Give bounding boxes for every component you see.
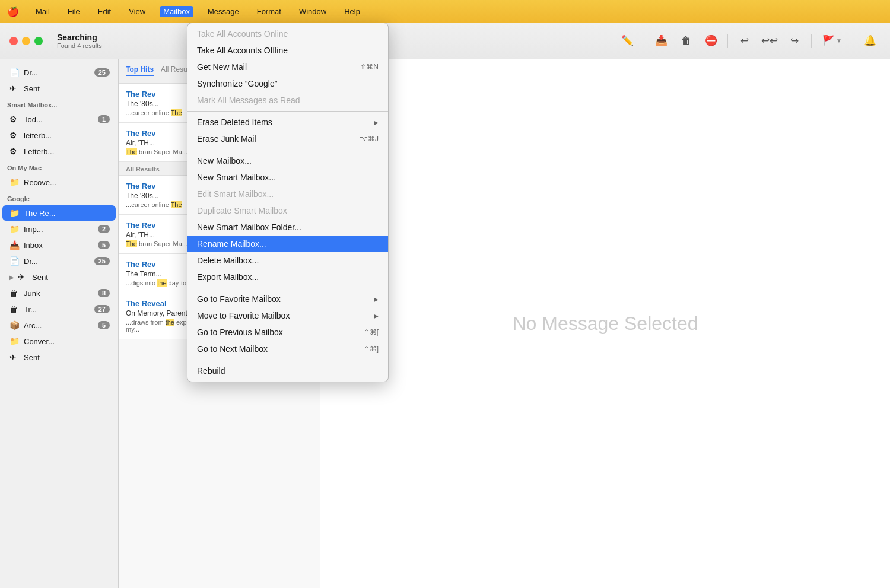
menu-move-favorite[interactable]: Move to Favorite Mailbox ▶ <box>187 307 388 324</box>
menu-go-next-shortcut: ⌃⌘] <box>364 345 379 353</box>
menu-new-mailbox-label: New Mailbox... <box>197 156 252 166</box>
menu-sep-2 <box>187 150 388 150</box>
menu-get-new-mail-label: Get New Mail <box>197 62 247 72</box>
dropdown-overlay[interactable]: Take All Accounts Online Take All Accoun… <box>0 0 890 588</box>
menu-go-next[interactable]: Go to Next Mailbox ⌃⌘] <box>187 341 388 357</box>
menu-take-online-label: Take All Accounts Online <box>197 29 288 39</box>
menu-move-favorite-label: Move to Favorite Mailbox <box>197 311 290 320</box>
menu-mark-all-read: Mark All Messages as Read <box>187 92 388 109</box>
menu-new-smart-mailbox-folder[interactable]: New Smart Mailbox Folder... <box>187 219 388 236</box>
menu-go-favorite[interactable]: Go to Favorite Mailbox ▶ <box>187 291 388 307</box>
menu-duplicate-smart-mailbox-label: Duplicate Smart Mailbox <box>197 206 287 215</box>
menu-export-mailbox-label: Export Mailbox... <box>197 272 259 282</box>
menu-erase-junk-label: Erase Junk Mail <box>197 134 256 144</box>
menu-mark-all-read-label: Mark All Messages as Read <box>197 96 300 105</box>
menu-erase-junk[interactable]: Erase Junk Mail ⌥⌘J <box>187 131 388 147</box>
menu-go-next-label: Go to Next Mailbox <box>197 344 268 354</box>
menu-rename-mailbox[interactable]: Rename Mailbox... <box>187 236 388 252</box>
menu-erase-deleted-arrow: ▶ <box>374 119 379 126</box>
menu-rename-mailbox-label: Rename Mailbox... <box>197 239 266 249</box>
menu-go-previous[interactable]: Go to Previous Mailbox ⌃⌘[ <box>187 324 388 341</box>
dropdown-menu: Take All Accounts Online Take All Accoun… <box>187 23 389 382</box>
menu-erase-deleted[interactable]: Erase Deleted Items ▶ <box>187 114 388 131</box>
menu-new-smart-mailbox-folder-label: New Smart Mailbox Folder... <box>197 223 301 232</box>
menu-delete-mailbox-label: Delete Mailbox... <box>197 256 259 265</box>
menu-rebuild-label: Rebuild <box>197 366 225 376</box>
menu-export-mailbox[interactable]: Export Mailbox... <box>187 269 388 285</box>
menu-synchronize-label: Synchronize “Google” <box>197 79 277 88</box>
menu-go-favorite-arrow: ▶ <box>374 296 379 303</box>
menu-go-previous-label: Go to Previous Mailbox <box>197 328 283 337</box>
menu-duplicate-smart-mailbox: Duplicate Smart Mailbox <box>187 202 388 219</box>
menu-erase-junk-shortcut: ⌥⌘J <box>360 135 379 143</box>
menu-edit-smart-mailbox: Edit Smart Mailbox... <box>187 186 388 202</box>
menu-rebuild[interactable]: Rebuild <box>187 363 388 379</box>
menu-sep-3 <box>187 288 388 288</box>
menu-get-new-mail[interactable]: Get New Mail ⇧⌘N <box>187 59 388 75</box>
menu-sep-4 <box>187 360 388 360</box>
menu-new-smart-mailbox-label: New Smart Mailbox... <box>197 173 276 182</box>
menu-take-offline[interactable]: Take All Accounts Offline <box>187 42 388 59</box>
menu-take-online: Take All Accounts Online <box>187 26 388 42</box>
menu-edit-smart-mailbox-label: Edit Smart Mailbox... <box>197 189 274 199</box>
menu-go-previous-shortcut: ⌃⌘[ <box>364 328 379 336</box>
menu-get-new-mail-shortcut: ⇧⌘N <box>360 63 379 71</box>
menu-synchronize[interactable]: Synchronize “Google” <box>187 75 388 92</box>
menu-new-mailbox[interactable]: New Mailbox... <box>187 152 388 169</box>
menu-new-smart-mailbox[interactable]: New Smart Mailbox... <box>187 169 388 186</box>
menu-go-favorite-label: Go to Favorite Mailbox <box>197 294 281 304</box>
menu-move-favorite-arrow: ▶ <box>374 313 379 319</box>
menu-delete-mailbox[interactable]: Delete Mailbox... <box>187 252 388 269</box>
menu-erase-deleted-label: Erase Deleted Items <box>197 117 272 127</box>
menu-take-offline-label: Take All Accounts Offline <box>197 46 288 55</box>
menu-sep-1 <box>187 111 388 112</box>
